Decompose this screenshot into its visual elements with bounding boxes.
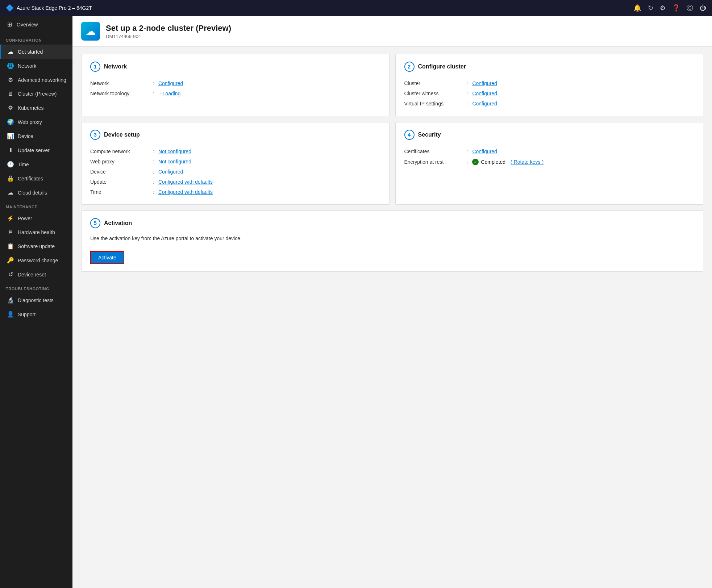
sidebar-overview-label: Overview [17, 22, 38, 28]
sidebar-item-label-device: Device [18, 133, 33, 139]
sidebar-item-label-power: Power [18, 216, 32, 221]
sidebar-item-software-update[interactable]: 📋Software update [0, 239, 72, 253]
device-reset-icon: ↺ [7, 271, 14, 278]
power-icon: ⚡ [7, 215, 14, 222]
page-title: Set up a 2-node cluster (Preview) [106, 24, 231, 33]
cluster-icon: 🖥 [7, 91, 14, 97]
update-link[interactable]: Configured with defaults [158, 179, 213, 185]
device-setup-row-webproxy: Web proxy : Not configured [90, 157, 380, 167]
encryption-completed-label: Completed [481, 159, 505, 165]
power-icon[interactable]: ⏻ [700, 4, 706, 12]
sidebar-item-label-get-started: Get started [18, 49, 43, 55]
sidebar-section-maintenance: MAINTENANCE [0, 200, 72, 211]
network-configured-link[interactable]: Configured [158, 80, 183, 86]
user-icon[interactable]: Ⓒ [687, 4, 693, 12]
sidebar-item-device-reset[interactable]: ↺Device reset [0, 267, 72, 282]
sidebar-item-device[interactable]: 📊Device [0, 129, 72, 143]
card-activation: 5 Activation Use the activation key from… [81, 210, 703, 272]
sidebar-item-overview[interactable]: ⊞ Overview [0, 16, 72, 33]
rotate-keys-link[interactable]: ( Rotate keys ) [511, 159, 544, 165]
sidebar-item-label-certificates: Certificates [18, 176, 43, 182]
card-security-label: Security [418, 132, 441, 138]
sidebar-section-configuration: CONFIGURATION [0, 33, 72, 45]
certificates-link[interactable]: Configured [472, 149, 497, 154]
page-header: ☁ Set up a 2-node cluster (Preview) DM11… [72, 16, 712, 47]
sidebar-item-kubernetes[interactable]: ☸Kubernetes [0, 101, 72, 115]
sidebar-item-get-started[interactable]: ☁Get started [0, 45, 72, 59]
sidebar-item-label-kubernetes: Kubernetes [18, 105, 44, 111]
sidebar-item-diagnostic-tests[interactable]: 🔬Diagnostic tests [0, 293, 72, 307]
step-badge-5: 5 [90, 218, 100, 228]
sidebar-item-cluster[interactable]: 🖥Cluster (Preview) [0, 87, 72, 101]
sidebar-item-certificates[interactable]: 🔒Certificates [0, 171, 72, 185]
cloud-details-icon: ☁ [7, 189, 14, 196]
virtual-ip-settings-link[interactable]: Configured [472, 101, 497, 107]
cluster-configured-link[interactable]: Configured [472, 80, 497, 86]
compute-network-link[interactable]: Not configured [158, 149, 191, 154]
network-topology-link[interactable]: Loading [163, 91, 181, 96]
support-icon: 👤 [7, 311, 14, 318]
card-device-setup: 3 Device setup Compute network : Not con… [81, 122, 390, 205]
network-topology-loading [158, 91, 163, 96]
sidebar-item-label-time: Time [18, 162, 29, 167]
time-link[interactable]: Configured with defaults [158, 189, 213, 195]
activation-description: Use the activation key from the Azure po… [90, 235, 694, 242]
sidebar-item-hardware-health[interactable]: 🖥Hardware health [0, 225, 72, 239]
cluster-row-witness: Cluster witness : Configured [404, 88, 695, 99]
encryption-status: ✓ Completed ( Rotate keys ) [472, 159, 544, 165]
app-shell: ⊞ Overview CONFIGURATION☁Get started🌐Net… [0, 16, 712, 588]
certificates-icon: 🔒 [7, 175, 14, 182]
device-icon: 📊 [7, 133, 14, 139]
sidebar: ⊞ Overview CONFIGURATION☁Get started🌐Net… [0, 16, 72, 588]
sidebar-item-label-device-reset: Device reset [18, 272, 46, 278]
sidebar-item-time[interactable]: 🕐Time [0, 157, 72, 171]
cluster-row-vip: Virtual IP settings : Configured [404, 99, 695, 109]
bell-icon[interactable]: 🔔 [633, 4, 641, 12]
get-started-icon: ☁ [7, 48, 14, 55]
network-icon: 🌐 [7, 62, 14, 69]
advanced-networking-icon: ⚙ [7, 76, 14, 83]
card-device-setup-label: Device setup [104, 132, 140, 138]
title-bar-title: Azure Stack Edge Pro 2 – 64G2T [17, 5, 92, 11]
card-configure-cluster: 2 Configure cluster Cluster : Configured… [395, 54, 704, 116]
card-configure-cluster-title: 2 Configure cluster [404, 62, 695, 72]
card-activation-title: 5 Activation [90, 218, 694, 228]
sidebar-item-label-cloud-details: Cloud details [18, 190, 47, 196]
network-row-network: Network : Configured [90, 78, 380, 88]
device-setup-row-time: Time : Configured with defaults [90, 187, 380, 197]
device-link[interactable]: Configured [158, 169, 183, 175]
security-row-encryption: Encryption at rest : ✓ Completed ( Rotat… [404, 157, 695, 167]
settings-icon[interactable]: ⚙ [660, 4, 666, 12]
activate-button[interactable]: Activate [90, 251, 124, 264]
card-configure-cluster-label: Configure cluster [418, 63, 466, 70]
sidebar-item-web-proxy[interactable]: 🌍Web proxy [0, 115, 72, 129]
sidebar-item-update-server[interactable]: ⬆Update server [0, 143, 72, 157]
help-icon[interactable]: ❓ [672, 4, 680, 12]
cluster-icon: ☁ [86, 25, 96, 37]
refresh-icon[interactable]: ↻ [648, 4, 653, 12]
overview-icon: ⊞ [6, 21, 13, 28]
step-badge-4: 4 [404, 130, 415, 140]
sidebar-item-label-advanced-networking: Advanced networking [18, 77, 66, 83]
sidebar-item-label-software-update: Software update [18, 243, 55, 249]
cluster-witness-link[interactable]: Configured [472, 91, 497, 96]
sidebar-item-cloud-details[interactable]: ☁Cloud details [0, 185, 72, 200]
password-change-icon: 🔑 [7, 257, 14, 264]
title-bar: 🔷 Azure Stack Edge Pro 2 – 64G2T 🔔 ↻ ⚙ ❓… [0, 0, 712, 16]
card-security: 4 Security Certificates : Configured Enc… [395, 122, 704, 205]
sidebar-item-advanced-networking[interactable]: ⚙Advanced networking [0, 73, 72, 87]
sidebar-item-network[interactable]: 🌐Network [0, 59, 72, 73]
step-badge-1: 1 [90, 62, 100, 72]
cards-area: 1 Network Network : Configured Network t… [72, 47, 712, 588]
card-security-title: 4 Security [404, 130, 695, 140]
azure-logo-icon: 🔷 [6, 4, 14, 12]
hardware-health-icon: 🖥 [7, 229, 14, 235]
update-server-icon: ⬆ [7, 147, 14, 154]
page-header-text: Set up a 2-node cluster (Preview) DM1174… [106, 24, 231, 39]
web-proxy-link[interactable]: Not configured [158, 159, 191, 164]
sidebar-item-password-change[interactable]: 🔑Password change [0, 253, 72, 267]
sidebar-item-support[interactable]: 👤Support [0, 307, 72, 321]
sidebar-item-label-hardware-health: Hardware health [18, 229, 55, 235]
step-badge-2: 2 [404, 62, 415, 72]
sidebar-item-power[interactable]: ⚡Power [0, 211, 72, 225]
